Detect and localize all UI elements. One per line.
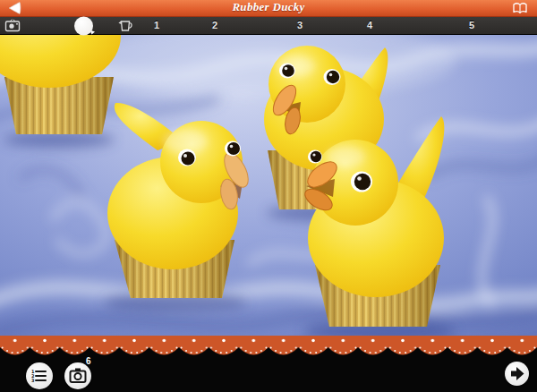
numbered-list-icon: 123 — [26, 362, 53, 389]
video-button[interactable] — [4, 19, 21, 36]
recipe-photo[interactable] — [0, 34, 537, 336]
recipe-app-window: Rubber Ducky — [0, 0, 537, 392]
duck-cupcake-partial — [0, 34, 121, 134]
tools-button[interactable] — [118, 20, 134, 36]
timeline-step-5[interactable]: 5 — [469, 20, 474, 30]
timeline-step-2[interactable]: 2 — [212, 20, 217, 30]
camera-icon — [64, 362, 91, 389]
arrow-right-icon — [505, 362, 529, 386]
next-step-button[interactable] — [505, 362, 529, 386]
timeline-step-3[interactable]: 3 — [297, 20, 303, 30]
photos-button[interactable] — [64, 362, 91, 389]
tv-video-icon — [4, 20, 21, 35]
svg-text:3: 3 — [31, 378, 35, 383]
timeline-step-4[interactable]: 4 — [367, 20, 372, 30]
steps-list-button[interactable]: 123 — [26, 362, 53, 389]
timeline-step-1[interactable]: 1 — [154, 20, 159, 30]
timeline-position-marker[interactable] — [73, 15, 97, 37]
measuring-cup-icon — [118, 20, 134, 35]
recipe-book-button[interactable] — [512, 1, 532, 15]
page-title: Rubber Ducky — [0, 0, 537, 16]
open-book-icon — [512, 1, 532, 15]
mixing-bowl-marker-icon — [73, 24, 97, 39]
photo-count-badge: 6 — [86, 356, 91, 366]
footer-bar: 123 6 — [0, 336, 537, 392]
